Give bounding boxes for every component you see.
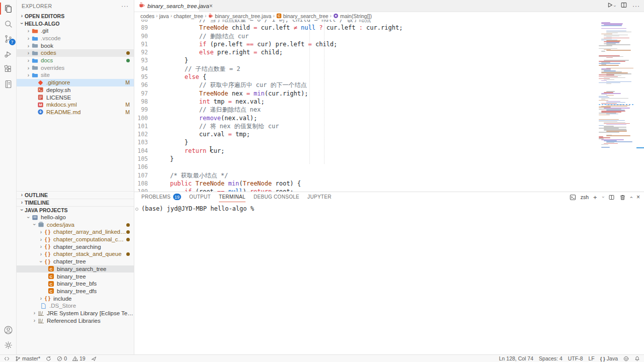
lib-icon	[37, 317, 45, 324]
breadcrumb-item[interactable]: java	[159, 13, 169, 19]
terminal[interactable]: (base) jyd@JYD-MBP hello-algo %	[134, 202, 644, 354]
panel-tab-terminal[interactable]: TERMINAL	[219, 192, 246, 202]
breadcrumb-item[interactable]: chapter_tree	[174, 13, 203, 19]
indentation[interactable]: Spaces: 4	[539, 355, 562, 361]
file-row-site[interactable]: ›site	[17, 71, 134, 79]
node-label: binary_tree_dfs	[57, 288, 97, 294]
java-tree-row-chapter-computational-complexity[interactable]: ›{ }chapter_computational_complexity	[17, 236, 134, 243]
file-label: .gitignore	[46, 79, 70, 85]
breadcrumb-item[interactable]: Cbinary_search_tree	[276, 13, 329, 19]
chevron-icon: ›	[38, 296, 44, 301]
warnings[interactable]: 19	[72, 355, 86, 361]
java-tree-row-binary-tree[interactable]: Cbinary_tree	[17, 273, 134, 280]
extensions-icon[interactable]	[0, 61, 17, 76]
braces-icon: { }	[44, 295, 51, 302]
java-tree-row-chapter-stack-and-queue[interactable]: ›{ }chapter_stack_and_queue	[17, 250, 134, 258]
java-tree-row-chapter-array-and-linkedlist[interactable]: ›{ }chapter_array_and_linkedlist	[17, 228, 134, 236]
cursor-position[interactable]: Ln 128, Col 74	[499, 355, 533, 361]
status-bar: master*019 Ln 128, Col 74Spaces: 4UTF-8L…	[0, 354, 644, 362]
java-tree-row-binary-tree-dfs[interactable]: Cbinary_tree_dfs	[17, 288, 134, 295]
close-icon[interactable]: ×	[209, 3, 213, 10]
search-icon[interactable]	[0, 16, 17, 31]
breadcrumb-item[interactable]: codes	[140, 13, 154, 19]
file-label: site	[41, 72, 50, 78]
panel-tab-problems[interactable]: PROBLEMS19	[141, 192, 181, 202]
chevron-right-icon: ›	[26, 28, 31, 34]
notifications[interactable]	[634, 356, 640, 361]
java-tree-row--ds-store[interactable]: .DS_Store	[17, 302, 134, 310]
settings-icon[interactable]	[0, 337, 17, 352]
close-panel-icon[interactable]: ×	[636, 194, 640, 201]
file-row-codes[interactable]: ›codes	[17, 49, 134, 57]
file-row-mkdocs-yml[interactable]: Mmkdocs.ymlM	[17, 101, 134, 109]
java-projects-section[interactable]: › JAVA PROJECTS	[17, 206, 134, 214]
sync[interactable]	[46, 356, 51, 361]
chevron-down-icon: ›	[19, 21, 25, 26]
node-label: include	[53, 296, 71, 302]
feedback[interactable]	[623, 356, 629, 361]
workspace-root[interactable]: › HELLO-ALGO	[17, 20, 134, 27]
file-row-readme-md[interactable]: README.mdM	[17, 109, 134, 116]
code-editor[interactable]: 88 // 当子结点数量 = 0 / 1 时, child = null / 该…	[134, 20, 644, 192]
maximize-panel-icon[interactable]: ›	[628, 196, 634, 198]
notebook-icon[interactable]	[0, 76, 17, 92]
java-tree-row-chapter-searching[interactable]: ›{ }chapter_searching	[17, 243, 134, 250]
panel-tab-output[interactable]: OUTPUT	[189, 192, 211, 202]
run-debug-icon[interactable]	[0, 46, 17, 61]
line-number: 102	[134, 130, 155, 138]
file-row-deploy-sh[interactable]: deploy.sh	[17, 86, 134, 94]
file-row-license[interactable]: LICENSE	[17, 94, 134, 101]
java-tree-row-jre-system-library-eclipse-temurin-17-17-[interactable]: ›JRE System Library [Eclipse Temurin 17 …	[17, 310, 134, 317]
java-tree-row-hello-algo[interactable]: ›hello-algo	[17, 214, 134, 221]
minimap[interactable]	[599, 20, 635, 170]
panel-tab-debug-console[interactable]: DEBUG CONSOLE	[254, 192, 299, 202]
remote-indicator[interactable]	[4, 356, 10, 361]
git-branch[interactable]: master*	[15, 355, 40, 361]
launch[interactable]	[91, 356, 97, 361]
breadcrumb-item[interactable]: main(String[])	[333, 13, 372, 19]
file-row-book[interactable]: ›book	[17, 42, 134, 49]
errors[interactable]: 0	[57, 355, 67, 361]
new-terminal-button[interactable]: +	[593, 194, 597, 201]
terminal-dropdown-icon[interactable]: ›	[600, 197, 605, 198]
node-label: .DS_Store	[49, 303, 76, 309]
breadcrumb-item[interactable]: binary_search_tree.java	[208, 13, 271, 19]
eol[interactable]: LF	[589, 355, 595, 361]
account-icon[interactable]	[0, 322, 17, 337]
modified-dot-badge	[126, 50, 130, 56]
java-tree-row-chapter-tree[interactable]: ›{ }chapter_tree	[17, 258, 134, 265]
java-tree-row-referenced-libraries[interactable]: ›Referenced Libraries	[17, 317, 134, 324]
svg-text:C: C	[278, 14, 280, 18]
panel-tab-jupyter[interactable]: JUPYTER	[307, 192, 332, 202]
split-editor-button[interactable]	[620, 2, 627, 11]
tab-binary-search-tree[interactable]: binary_search_tree.java ×	[134, 0, 200, 12]
kill-terminal-button[interactable]	[619, 194, 626, 201]
source-control-icon[interactable]: 7	[0, 31, 17, 46]
file-row-overrides[interactable]: ›overrides	[17, 64, 134, 71]
more-actions-icon[interactable]: ···	[632, 3, 640, 10]
editor-actions: › ···	[606, 0, 640, 12]
more-actions-icon[interactable]: ···	[121, 3, 129, 10]
file-row-docs[interactable]: ›docs	[17, 57, 134, 64]
java-tree-row-include[interactable]: ›{ }include	[17, 295, 134, 302]
split-terminal-button[interactable]	[608, 194, 615, 201]
sidebar-title: EXPLORER ···	[17, 0, 134, 12]
file-row--gitignore[interactable]: .gitignoreM	[17, 79, 134, 86]
language-mode[interactable]: { }Java	[600, 355, 618, 361]
file-row--vscode[interactable]: ›.vscode	[17, 35, 134, 42]
java-tree-row-binary-tree-bfs[interactable]: Cbinary_tree_bfs	[17, 280, 134, 288]
file-row--git[interactable]: ›.git	[17, 27, 134, 35]
open-editors-section[interactable]: › OPEN EDITORS	[17, 12, 134, 20]
outline-section[interactable]: › OUTLINE	[17, 191, 134, 199]
timeline-section[interactable]: › TIMELINE	[17, 199, 134, 206]
java-tree-row-codes-java[interactable]: ›codes/java	[17, 221, 134, 228]
line-number: 92	[134, 48, 155, 56]
explorer-icon[interactable]	[0, 1, 17, 16]
command-decoration-icon	[135, 208, 138, 211]
run-button[interactable]: ›	[606, 2, 615, 11]
java-tree-row-binary-search-tree[interactable]: Cbinary_search_tree	[17, 265, 134, 273]
chevron-icon: ›	[32, 310, 37, 316]
folder-icon	[31, 49, 39, 56]
encoding[interactable]: UTF-8	[568, 355, 583, 361]
folder-icon	[31, 35, 39, 42]
